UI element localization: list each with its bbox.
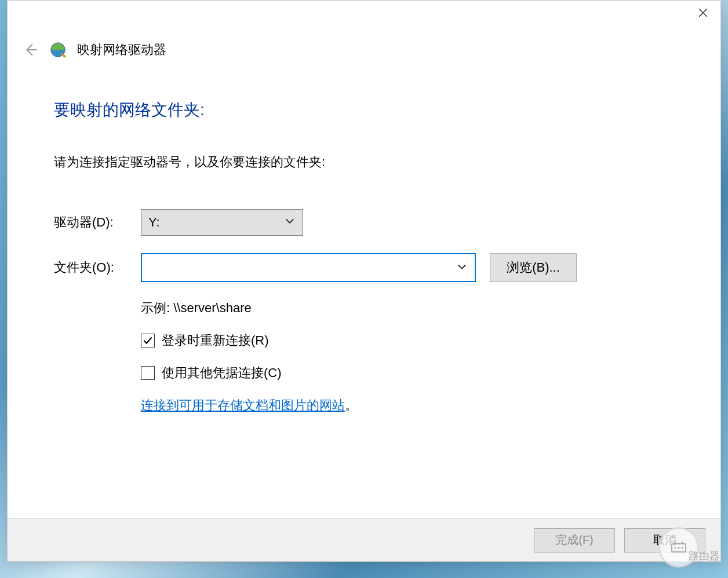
chevron-down-icon: [284, 215, 296, 230]
close-icon: [698, 8, 708, 18]
drive-label: 驱动器(D):: [54, 214, 141, 231]
chevron-down-icon: [456, 261, 468, 275]
content-area: 要映射的网络文件夹: 请为连接指定驱动器号，以及你要连接的文件夹: 驱动器(D)…: [8, 58, 720, 414]
svg-point-4: [675, 547, 676, 549]
titlebar: [8, 1, 720, 25]
network-drive-icon: [49, 41, 67, 58]
reconnect-checkbox[interactable]: 登录时重新连接(R): [141, 332, 720, 349]
wizard-title: 映射网络驱动器: [77, 41, 166, 58]
storage-website-link[interactable]: 连接到可用于存储文档和图片的网站: [141, 398, 345, 412]
drive-select[interactable]: Y:: [141, 209, 303, 236]
reconnect-label: 登录时重新连接(R): [162, 332, 269, 349]
folder-label: 文件夹(O):: [54, 259, 141, 276]
link-period: 。: [345, 398, 358, 412]
back-arrow-icon: [23, 42, 38, 57]
browse-button[interactable]: 浏览(B)...: [490, 253, 577, 282]
back-button[interactable]: [21, 41, 39, 58]
finish-button[interactable]: 完成(F): [534, 528, 615, 553]
checkbox-icon: [141, 366, 155, 380]
page-heading: 要映射的网络文件夹:: [54, 99, 720, 121]
other-creds-label: 使用其他凭据连接(C): [162, 364, 282, 382]
checkbox-icon: [141, 334, 155, 347]
close-button[interactable]: [686, 1, 720, 25]
example-text: 示例: \\server\share: [141, 299, 720, 317]
options-block: 示例: \\server\share 登录时重新连接(R) 使用其他凭据连接(C…: [54, 299, 720, 414]
footer: 完成(F) 取消: [8, 518, 720, 561]
map-network-drive-dialog: 映射网络驱动器 要映射的网络文件夹: 请为连接指定驱动器号，以及你要连接的文件夹…: [7, 0, 721, 562]
folder-row: 文件夹(O): 浏览(B)...: [54, 253, 720, 282]
drive-value: Y:: [148, 215, 160, 230]
svg-point-2: [63, 55, 66, 58]
header-row: 映射网络驱动器: [8, 25, 720, 58]
drive-row: 驱动器(D): Y:: [54, 209, 720, 236]
watermark-text: 路由器: [689, 549, 720, 563]
other-credentials-checkbox[interactable]: 使用其他凭据连接(C): [141, 364, 720, 382]
svg-point-5: [678, 547, 680, 549]
instruction-text: 请为连接指定驱动器号，以及你要连接的文件夹:: [54, 153, 720, 171]
storage-link-row: 连接到可用于存储文档和图片的网站。: [141, 397, 720, 414]
svg-point-6: [682, 547, 683, 549]
folder-combobox[interactable]: [141, 253, 476, 282]
